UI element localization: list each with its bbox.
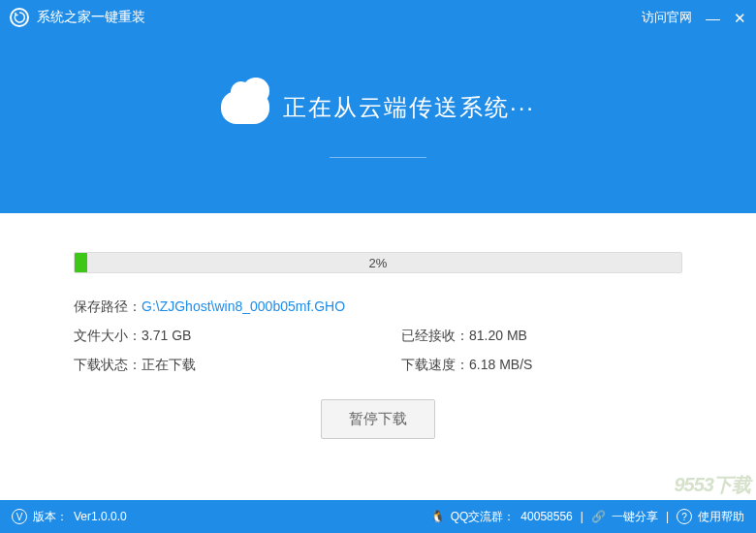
footer: V 版本： Ver1.0.0.0 🐧 QQ交流群： 40058556 | 🔗 一…: [0, 500, 756, 533]
banner-title: 正在从云端传送系统···: [283, 92, 535, 123]
pause-download-button[interactable]: 暂停下载: [321, 399, 435, 439]
app-window: 系统之家一键重装 访问官网 — ✕ 正在从云端传送系统··· 2% 保存路径： …: [0, 0, 756, 533]
app-title: 系统之家一键重装: [37, 9, 145, 26]
share-icon: 🔗: [591, 510, 606, 523]
qq-value[interactable]: 40058556: [520, 510, 572, 523]
app-logo-icon: [10, 8, 29, 27]
footer-separator: |: [581, 510, 583, 523]
progress-bar: 2%: [74, 252, 682, 273]
banner: 正在从云端传送系统···: [0, 35, 756, 213]
close-button[interactable]: ✕: [734, 11, 746, 25]
help-link[interactable]: 使用帮助: [698, 509, 744, 525]
speed-label: 下载速度：: [401, 357, 469, 374]
progress-percent: 2%: [74, 252, 682, 273]
visit-site-link[interactable]: 访问官网: [642, 9, 692, 26]
version-label: 版本：: [33, 509, 68, 525]
qq-label: QQ交流群：: [451, 509, 516, 525]
cloud-icon: [221, 91, 269, 124]
download-info: 保存路径： G:\ZJGhost\win8_000b05mf.GHO 文件大小：…: [74, 298, 682, 374]
help-icon: ?: [677, 509, 692, 524]
save-path-label: 保存路径：: [74, 298, 142, 316]
footer-separator: |: [666, 510, 669, 523]
qq-icon: 🐧: [430, 510, 445, 523]
version-icon: V: [12, 509, 27, 524]
status-label: 下载状态：: [74, 357, 142, 374]
status-value: 正在下载: [142, 357, 196, 374]
received-value: 81.20 MB: [469, 328, 527, 345]
file-size-value: 3.71 GB: [142, 328, 191, 345]
file-size-label: 文件大小：: [74, 328, 142, 345]
speed-value: 6.18 MB/S: [469, 357, 532, 374]
content-area: 2% 保存路径： G:\ZJGhost\win8_000b05mf.GHO 文件…: [0, 213, 756, 500]
minimize-button[interactable]: —: [706, 11, 720, 25]
titlebar: 系统之家一键重装 访问官网 — ✕: [0, 0, 756, 35]
banner-divider: [330, 157, 426, 158]
share-link[interactable]: 一键分享: [612, 509, 658, 525]
received-label: 已经接收：: [401, 328, 469, 345]
version-value: Ver1.0.0.0: [74, 510, 127, 523]
save-path-value: G:\ZJGhost\win8_000b05mf.GHO: [142, 298, 345, 316]
